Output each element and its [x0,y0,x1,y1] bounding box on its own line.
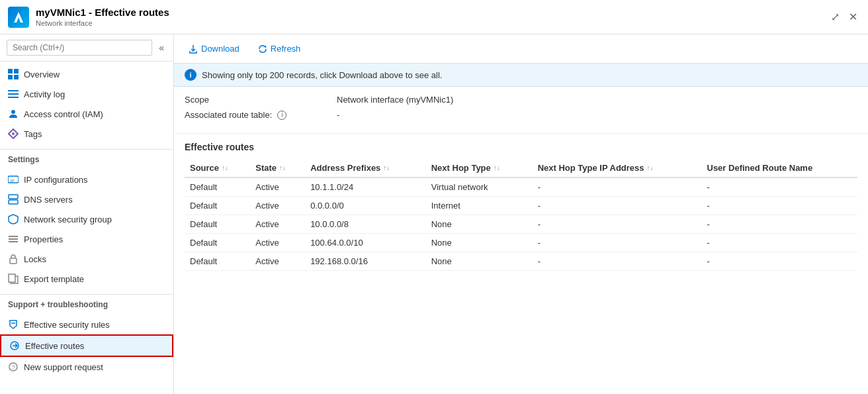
window-subtitle: Network interface [36,19,93,27]
sort-nexthopip-icon[interactable]: ↑↓ [647,164,654,172]
sidebar-item-export-template[interactable]: Export template [0,269,173,289]
route-table-row: Associated route table: i - [185,110,857,120]
svg-rect-6 [8,90,19,91]
cell-next-hop-type: Internet [426,197,533,215]
sidebar-item-locks[interactable]: Locks [0,249,173,269]
sort-state-icon[interactable]: ↑↓ [279,164,286,172]
sidebar-item-access-control[interactable]: Access control (IAM) [0,104,173,124]
cell-address-prefixes: 0.0.0.0/0 [305,197,426,215]
sidebar-item-effective-routes[interactable]: Effective routes [0,334,173,357]
sidebar-item-properties[interactable]: Properties [0,229,173,249]
header-row: Source ↑↓ State ↑↓ Addre [185,159,857,177]
azure-logo-icon [8,7,29,28]
search-input[interactable] [7,40,152,56]
refresh-button[interactable]: Refresh [254,41,305,56]
routes-icon [9,340,20,351]
refresh-label: Refresh [271,44,301,54]
download-label: Download [201,44,239,54]
support-icon: ? [8,362,19,372]
sidebar-item-activity-log-label: Activity log [24,89,65,99]
sidebar-item-ip-configurations[interactable]: IP IP configurations [0,170,173,189]
cell-source: Default [185,177,250,197]
scope-row: Scope Network interface (myVMNic1) [185,95,857,105]
svg-rect-17 [9,238,18,240]
svg-rect-2 [8,69,13,74]
cell-next-hop-type: None [426,234,533,252]
close-button[interactable]: ✕ [846,8,860,26]
sort-nexthop-icon[interactable]: ↑↓ [494,164,500,172]
main-content: « Overview Activity log Access control (… [0,34,868,394]
svg-rect-5 [14,75,19,79]
scope-value: Network interface (myVMNic1) [337,95,453,105]
svg-rect-19 [10,258,17,264]
tag-icon [8,128,19,139]
cell-next-hop-type: Virtual network [426,177,533,197]
route-table-info-icon[interactable]: i [277,111,286,120]
info-banner-message: Showing only top 200 records, click Down… [202,70,443,80]
routes-title: Effective routes [185,142,857,152]
toolbar: Download Refresh [174,34,868,64]
col-state: State ↑↓ [250,159,305,177]
cell-user-defined: - [702,215,858,234]
cell-state: Active [250,177,305,197]
table-row: Default Active 10.0.0.0/8 None - - [185,215,857,234]
info-icon: i [185,69,196,81]
search-box: « [0,34,173,62]
sidebar-item-activity-log[interactable]: Activity log [0,84,173,104]
cell-next-hop-ip: - [533,234,702,252]
col-source: Source ↑↓ [185,159,250,177]
title-bar-actions: ⤢ ✕ [828,8,860,26]
sort-source-icon[interactable]: ↑↓ [222,164,228,172]
svg-rect-3 [14,69,19,74]
expand-button[interactable]: ⤢ [828,8,842,26]
download-icon [189,44,198,54]
sidebar-item-tags-label: Tags [24,129,42,139]
sidebar-item-routes-label: Effective routes [25,341,84,351]
security-rules-icon [8,319,19,330]
settings-section-header: Settings [0,149,173,167]
cell-state: Active [250,215,305,234]
sidebar-item-dns-servers-label: DNS servers [24,195,73,205]
sidebar-item-overview[interactable]: Overview [0,64,173,84]
routes-table-header: Source ↑↓ State ↑↓ Addre [185,159,857,177]
export-icon [8,273,19,284]
collapse-button[interactable]: « [156,41,167,54]
cell-state: Active [250,197,305,215]
svg-rect-7 [8,93,19,95]
sidebar-item-effective-security-rules[interactable]: Effective security rules [0,315,173,334]
sidebar-item-security-rules-label: Effective security rules [24,320,110,330]
route-table-label: Associated route table: i [185,110,337,120]
sidebar-item-new-support-request[interactable]: ? New support request [0,357,173,377]
list-icon [8,89,19,99]
sidebar-item-overview-label: Overview [24,70,60,79]
cell-user-defined: - [702,252,858,271]
sidebar-item-properties-label: Properties [24,234,63,244]
sidebar-item-tags[interactable]: Tags [0,124,173,144]
sidebar-settings-nav: IP IP configurations DNS servers Network… [0,167,173,291]
cell-address-prefixes: 10.0.0.0/8 [305,215,426,234]
sidebar-item-network-security-group[interactable]: Network security group [0,209,173,229]
routes-section: Effective routes Source ↑↓ State [174,134,868,394]
cell-state: Active [250,252,305,271]
sidebar-item-access-control-label: Access control (IAM) [24,109,103,119]
person-icon [8,109,19,119]
cell-user-defined: - [702,197,858,215]
content-area: Download Refresh i Showing only top 200 … [174,34,868,394]
cell-next-hop-ip: - [533,177,702,197]
svg-point-11 [12,132,15,135]
grid-icon [8,69,19,79]
scope-label: Scope [185,95,337,105]
title-bar-left: myVMNic1 - Effective routes Network inte… [8,7,169,28]
table-row: Default Active 10.1.1.0/24 Virtual netwo… [185,177,857,197]
col-next-hop-ip: Next Hop Type IP Address ↑↓ [533,159,702,177]
cell-source: Default [185,252,250,271]
sidebar-item-dns-servers[interactable]: DNS servers [0,189,173,209]
sidebar-item-locks-label: Locks [24,254,46,264]
svg-rect-4 [8,75,13,79]
download-button[interactable]: Download [185,41,243,56]
sort-address-icon[interactable]: ↑↓ [383,164,390,172]
cell-address-prefixes: 192.168.0.0/16 [305,252,426,271]
table-row: Default Active 192.168.0.0/16 None - - [185,252,857,271]
cell-next-hop-ip: - [533,252,702,271]
sidebar-item-export-template-label: Export template [24,274,84,284]
